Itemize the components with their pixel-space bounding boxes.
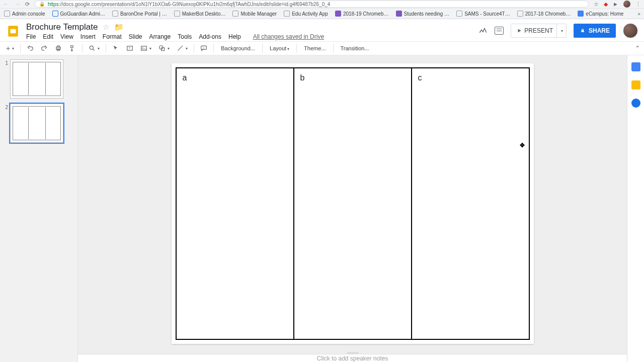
profile-avatar[interactable] bbox=[623, 1, 630, 8]
image-button[interactable]: ▾ bbox=[138, 44, 153, 53]
svg-text:T: T bbox=[129, 47, 131, 50]
textbox-button[interactable]: T bbox=[124, 44, 135, 53]
redo-button[interactable] bbox=[39, 44, 50, 53]
svg-text:+: + bbox=[203, 46, 205, 49]
bookmark-item[interactable]: MakerBot Deskto… bbox=[174, 11, 226, 17]
slide-canvas[interactable]: a b c ✥ bbox=[172, 63, 534, 344]
slide-number: 1 bbox=[3, 59, 8, 99]
svg-rect-2 bbox=[581, 30, 584, 32]
browser-nav-bar: ← → ⟳ 🔒 https://docs.google.com/presenta… bbox=[0, 0, 644, 8]
forward-button[interactable]: → bbox=[15, 1, 20, 7]
svg-point-6 bbox=[90, 46, 94, 49]
bookmark-item[interactable]: SAMS - Source4T… bbox=[456, 11, 510, 17]
table-cell[interactable]: a bbox=[177, 68, 294, 339]
bookmark-item[interactable]: 2018-19 Chromeb… bbox=[335, 11, 389, 17]
svg-rect-1 bbox=[11, 29, 16, 34]
keep-icon[interactable] bbox=[631, 80, 640, 89]
back-button[interactable]: ← bbox=[3, 1, 9, 7]
url-path: ://docs.google.com/presentation/d/1oN1lY… bbox=[59, 2, 331, 7]
canvas-scroll[interactable]: a b c ✥ bbox=[78, 55, 627, 354]
url-protocol: https bbox=[48, 2, 59, 7]
activity-dashboard-icon[interactable] bbox=[478, 26, 488, 35]
side-panel bbox=[627, 55, 644, 362]
bookmarks-overflow-icon[interactable]: » bbox=[637, 11, 640, 17]
star-icon[interactable]: ☆ bbox=[594, 1, 599, 8]
bookmark-item[interactable]: eCampus: Home bbox=[578, 11, 623, 17]
svg-line-7 bbox=[93, 49, 95, 51]
slide-thumbnail[interactable] bbox=[10, 104, 63, 143]
table-cell[interactable]: c bbox=[412, 68, 529, 339]
speaker-notes[interactable]: Click to add speaker notes bbox=[78, 354, 627, 362]
slide-thumbnail[interactable] bbox=[10, 59, 63, 99]
film-strip[interactable]: 1 2 bbox=[0, 55, 78, 362]
share-button[interactable]: SHARE bbox=[574, 24, 616, 38]
extension2-icon[interactable]: ► bbox=[613, 1, 618, 7]
slide-thumb-row[interactable]: 1 bbox=[3, 59, 74, 99]
table-cell[interactable]: b bbox=[294, 68, 412, 339]
bookmark-item[interactable]: Mobile Manager bbox=[232, 11, 277, 17]
menu-insert[interactable]: Insert bbox=[80, 33, 96, 40]
bookmark-item[interactable]: Edu Activity App bbox=[284, 11, 328, 17]
menu-addons[interactable]: Add-ons bbox=[199, 33, 221, 40]
menu-edit[interactable]: Edit bbox=[43, 33, 53, 40]
paint-format-button[interactable] bbox=[67, 44, 78, 53]
reload-button[interactable]: ⟳ bbox=[25, 1, 30, 8]
slides-logo-icon[interactable] bbox=[4, 22, 22, 40]
menu-view[interactable]: View bbox=[60, 33, 73, 40]
menu-tools[interactable]: Tools bbox=[178, 33, 192, 40]
bookmark-item[interactable]: Admin console bbox=[4, 11, 45, 17]
present-dropdown[interactable]: ▾ bbox=[556, 24, 567, 38]
select-tool-button[interactable] bbox=[110, 44, 121, 53]
bookmark-item[interactable]: Students needing … bbox=[396, 11, 450, 17]
speaker-notes-placeholder: Click to add speaker notes bbox=[317, 355, 388, 362]
browser-nav-arrows: ← → bbox=[3, 1, 20, 7]
bookmarks-bar: Admin console GoGuardian Admi… BaronOne … bbox=[0, 8, 644, 19]
slide-thumb-row[interactable]: 2 bbox=[3, 104, 74, 143]
background-button[interactable]: Background... bbox=[218, 45, 258, 51]
svg-line-14 bbox=[178, 46, 183, 50]
comments-icon[interactable] bbox=[495, 27, 504, 35]
extension-icon[interactable]: ◆ bbox=[604, 1, 608, 8]
menu-arrange[interactable]: Arrange bbox=[149, 33, 171, 40]
layout-button[interactable]: Layout▾ bbox=[267, 45, 292, 51]
url-bar[interactable]: 🔒 https://docs.google.com/presentation/d… bbox=[35, 1, 589, 8]
slide-table[interactable]: a b c bbox=[176, 67, 530, 340]
app-header: Brochure Template ☆ 📁 File Edit View Ins… bbox=[0, 19, 644, 41]
lock-icon: 🔒 bbox=[39, 2, 45, 7]
workspace: 1 2 a b c ✥ bbox=[0, 55, 644, 362]
toolbar: +▾ ▾ T ▾ ▾ ▾ + Background... Layout▾ The… bbox=[0, 41, 644, 55]
zoom-button[interactable]: ▾ bbox=[87, 44, 102, 53]
comment-button[interactable]: + bbox=[198, 44, 209, 53]
line-button[interactable]: ▾ bbox=[175, 44, 190, 53]
star-icon[interactable]: ☆ bbox=[103, 23, 109, 32]
move-cursor-icon: ✥ bbox=[520, 142, 525, 149]
bookmark-item[interactable]: GoGuardian Admi… bbox=[52, 11, 106, 17]
menu-slide[interactable]: Slide bbox=[129, 33, 142, 40]
theme-button[interactable]: Theme... bbox=[301, 45, 329, 51]
transition-button[interactable]: Transition... bbox=[338, 45, 372, 51]
doc-title[interactable]: Brochure Template bbox=[26, 22, 98, 32]
svg-rect-4 bbox=[57, 46, 60, 47]
bookmark-item[interactable]: 2017-18 Chromeb… bbox=[517, 11, 571, 17]
chrome-menu-icon[interactable]: ⋮ bbox=[635, 1, 641, 8]
speaker-notes-handle[interactable] bbox=[347, 352, 359, 354]
account-avatar[interactable] bbox=[623, 23, 638, 38]
calendar-icon[interactable] bbox=[631, 62, 640, 71]
save-status[interactable]: All changes saved in Drive bbox=[253, 33, 324, 40]
menu-format[interactable]: Format bbox=[103, 33, 122, 40]
hide-menus-icon[interactable]: ⌃ bbox=[635, 45, 640, 52]
browser-right-cluster: ☆ ◆ ► ⋮ bbox=[594, 1, 641, 8]
shape-button[interactable]: ▾ bbox=[156, 44, 172, 53]
menu-bar: File Edit View Insert Format Slide Arran… bbox=[26, 33, 324, 40]
present-button[interactable]: PRESENT bbox=[511, 24, 558, 38]
undo-button[interactable] bbox=[25, 44, 36, 53]
slide-number: 2 bbox=[3, 104, 8, 143]
print-button[interactable] bbox=[53, 44, 64, 53]
canvas-area: a b c ✥ Click to add speaker notes bbox=[78, 55, 627, 362]
new-slide-button[interactable]: +▾ bbox=[4, 43, 16, 53]
tasks-icon[interactable] bbox=[631, 99, 640, 108]
menu-file[interactable]: File bbox=[26, 33, 36, 40]
move-folder-icon[interactable]: 📁 bbox=[114, 23, 124, 32]
bookmark-item[interactable]: BaronOne Portal | … bbox=[112, 11, 167, 17]
menu-help[interactable]: Help bbox=[228, 33, 241, 40]
